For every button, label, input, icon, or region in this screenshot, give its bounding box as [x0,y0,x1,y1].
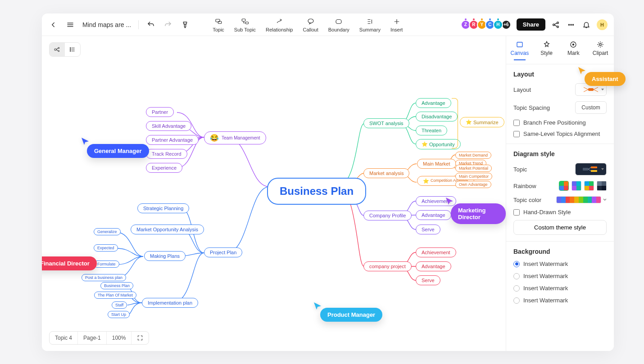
svg-rect-37 [588,88,594,91]
rainbow-option[interactable] [597,181,607,191]
node[interactable]: Achievement [416,247,456,257]
svg-line-17 [554,23,557,24]
layout-label: Layout [513,86,531,93]
mindmap-canvas[interactable]: Business Plan 😂Team Management Partner S… [42,36,506,351]
tool-boundary[interactable]: Boundary [328,17,349,32]
node-central[interactable]: Business Plan [267,178,366,205]
role-tag-assistant: Assistant [585,72,626,86]
svg-point-25 [58,47,59,49]
hand-drawn-checkbox[interactable]: Hand-Drawn Style [513,209,607,216]
tool-summary[interactable]: Summary [359,17,381,32]
watermark-option[interactable]: Insert Watermark [513,273,607,279]
svg-point-26 [58,50,59,52]
node[interactable]: Market Potential [455,165,492,172]
node[interactable]: Serve [416,225,440,234]
topic-color-select[interactable] [556,196,601,203]
node[interactable]: Advantage [416,210,451,220]
node[interactable]: Formulate [94,261,119,268]
cursor-icon [313,301,322,312]
node[interactable]: Post a business plan [82,274,126,281]
tool-relationship[interactable]: Relationship [266,17,293,32]
node[interactable]: Serve [416,275,440,285]
panel-tab-mark[interactable]: Mark [560,36,587,64]
node[interactable]: Advantage [416,261,451,271]
node-company-project[interactable]: company project [363,261,412,271]
view-outline-button[interactable] [65,43,80,56]
undo-button[interactable] [146,20,156,30]
share-button[interactable]: Share [517,18,545,31]
tool-callout[interactable]: Callout [303,17,318,32]
spacing-select[interactable]: Custom [575,101,607,114]
node[interactable]: Start Up [108,311,130,318]
tool-insert[interactable]: Insert [390,17,403,32]
node-project-plan[interactable]: Project Plan [204,247,242,257]
node[interactable]: Advantage [416,98,451,108]
node[interactable]: Implementation plan [142,298,198,308]
laughing-emoji-icon: 😂 [210,134,219,142]
node[interactable]: Partner Advantage [146,135,199,145]
node-market-analysis[interactable]: Market analysis [363,168,409,178]
document-title[interactable]: Mind maps are ... [82,21,131,28]
tool-topic[interactable]: Topic [213,17,224,32]
view-mindmap-button[interactable] [50,43,65,56]
rainbow-option[interactable] [559,181,569,191]
node[interactable]: Own Advantage [455,181,491,188]
avatar[interactable]: H [493,20,503,30]
fullscreen-button[interactable] [132,332,149,344]
tool-sub-topic[interactable]: Sub Topic [234,17,256,32]
status-topic-count[interactable]: Topic 4 [50,332,78,344]
node[interactable]: Making Plans [144,251,186,261]
menu-button[interactable] [65,20,75,30]
node[interactable]: Business Plan [100,282,133,289]
panel-tab-canvas[interactable]: Canvas [506,36,533,64]
status-zoom[interactable]: 100% [107,332,132,344]
panel-tab-style[interactable]: Style [533,36,560,64]
collaborator-avatars[interactable]: Z R Y C H +6 [463,20,511,30]
node[interactable]: Skill Advantage [146,121,191,131]
panel-tab-clipart[interactable]: Clipart [587,36,614,64]
notifications-icon[interactable] [581,20,591,30]
same-level-checkbox[interactable]: Same-Level Topics Alignment [513,130,607,137]
custom-theme-button[interactable]: Costom theme style [513,220,607,235]
watermark-option[interactable]: Insert Watermark [513,261,607,267]
rainbow-option[interactable] [571,181,581,191]
branch-free-checkbox[interactable]: Branch Free Positioning [513,119,607,126]
share-link-icon[interactable] [551,20,561,30]
node-swot[interactable]: SWOT analysis [363,118,409,128]
node[interactable]: Expected [94,244,118,252]
node-team-management[interactable]: 😂Team Management [204,131,266,144]
view-toggle [49,42,81,57]
redo-button[interactable] [163,20,173,30]
node[interactable]: Partner [146,107,174,117]
more-icon[interactable] [566,20,576,30]
svg-point-35 [573,44,574,45]
svg-point-31 [70,50,71,51]
node[interactable]: Market Demand [455,152,491,159]
status-page[interactable]: Page-1 [78,332,107,344]
watermark-option[interactable]: Insert Watermark [513,297,607,304]
back-button[interactable] [48,20,58,30]
topic-style-select[interactable] [575,163,607,175]
svg-point-27 [70,48,71,49]
node[interactable]: The Plan Of Market [94,292,136,299]
format-painter-button[interactable] [180,20,190,30]
node[interactable]: Staff [112,301,127,309]
svg-rect-42 [583,168,588,171]
topic-color-label: Topic color [513,197,541,203]
node[interactable]: Strategic Planning [137,203,189,213]
node[interactable]: Market Opportunity Analysis [131,225,204,234]
node[interactable]: Track Record [146,149,187,159]
svg-line-38 [584,87,588,90]
node[interactable]: Main Competitor [455,173,492,180]
cursor-icon [445,197,454,207]
node-summarize[interactable]: ⭐Summarize [460,117,504,127]
rainbow-option[interactable] [584,181,594,191]
star-icon: ⭐ [422,141,428,147]
node[interactable]: Main Market [417,159,456,169]
node-company-profile[interactable]: Company Profile [363,211,412,220]
node[interactable]: Experience [146,163,182,173]
watermark-option[interactable]: Insert Watermark [513,285,607,292]
node[interactable]: Threaten [416,126,447,135]
node[interactable]: Generalize [94,228,121,235]
current-user-avatar[interactable]: H [597,19,608,30]
